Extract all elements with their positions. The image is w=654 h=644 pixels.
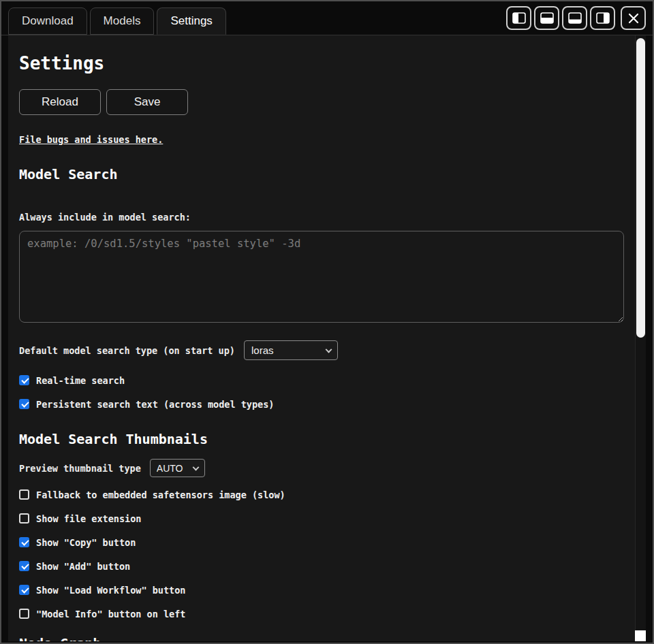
panel-bottom-strip-icon <box>568 12 582 24</box>
panel-left-button[interactable] <box>506 6 531 30</box>
window-actions <box>506 6 646 30</box>
topbar: Download Models Settings <box>1 1 653 35</box>
model-search-heading: Model Search <box>19 166 624 183</box>
fallback-safetensors-row[interactable]: Fallback to embedded safetensors image (… <box>19 483 624 506</box>
save-button[interactable]: Save <box>106 89 188 115</box>
reload-button[interactable]: Reload <box>19 89 101 115</box>
settings-actions: Reload Save <box>19 89 624 115</box>
persistent-search-row[interactable]: Persistent search text (across model typ… <box>19 392 624 416</box>
node-graph-heading: Node Graph <box>19 635 624 641</box>
persistent-search-checkbox[interactable] <box>19 399 29 409</box>
vertical-scrollbar[interactable] <box>635 35 646 630</box>
always-include-label: Always include in model search: <box>19 212 624 223</box>
checkbox-label: Show "Add" button <box>36 561 130 572</box>
checkbox-label: Show "Copy" button <box>36 537 136 548</box>
app-window: Download Models Settings <box>0 0 654 644</box>
file-bugs-link[interactable]: File bugs and issues here. <box>19 134 163 145</box>
model-search-checkboxes: Real-time search Persistent search text … <box>19 368 624 416</box>
checkbox-label: Persistent search text (across model typ… <box>36 399 275 410</box>
realtime-search-row[interactable]: Real-time search <box>19 368 624 392</box>
show-add-button-checkbox[interactable] <box>19 561 29 571</box>
tab-models[interactable]: Models <box>90 7 155 35</box>
tab-download[interactable]: Download <box>8 7 87 35</box>
show-file-extension-row[interactable]: Show file extension <box>19 506 624 530</box>
thumbnails-checkboxes: Fallback to embedded safetensors image (… <box>19 483 624 626</box>
show-copy-button-checkbox[interactable] <box>19 537 29 547</box>
preview-thumbnail-type-select-wrap: AUTO <box>150 459 205 477</box>
fallback-safetensors-checkbox[interactable] <box>19 489 29 500</box>
default-search-type-select[interactable]: loras <box>244 340 338 360</box>
checkbox-label: Show "Load Workflow" button <box>36 585 185 596</box>
show-add-button-row[interactable]: Show "Add" button <box>19 554 624 578</box>
show-file-extension-checkbox[interactable] <box>19 513 29 524</box>
always-include-textarea[interactable] <box>19 231 624 323</box>
realtime-search-checkbox[interactable] <box>19 375 29 385</box>
scrollbar-corner <box>635 630 646 641</box>
default-search-type-select-wrap: loras <box>244 340 338 360</box>
model-info-left-checkbox[interactable] <box>19 609 29 619</box>
page-title: Settings <box>19 53 624 74</box>
panel-right-icon <box>596 12 610 24</box>
tab-bar: Download Models Settings <box>8 7 226 35</box>
checkbox-label: Fallback to embedded safetensors image (… <box>36 489 285 500</box>
panel-left-icon <box>512 12 526 24</box>
panel-bottom-half-icon <box>540 12 554 24</box>
settings-content: Settings Reload Save File bugs and issue… <box>8 35 635 641</box>
preview-thumbnail-type-row: Preview thumbnail type AUTO <box>19 459 624 477</box>
default-search-type-label: Default model search type (on start up) <box>19 345 235 356</box>
panel-bottom-half-button[interactable] <box>534 6 559 30</box>
preview-thumbnail-type-select[interactable]: AUTO <box>150 459 205 477</box>
scrollbar-thumb[interactable] <box>636 38 645 338</box>
panel-right-button[interactable] <box>590 6 615 30</box>
close-icon <box>628 13 639 24</box>
checkbox-label: Show file extension <box>36 513 141 524</box>
close-button[interactable] <box>621 6 646 30</box>
panel-bottom-strip-button[interactable] <box>562 6 587 30</box>
thumbnails-heading: Model Search Thumbnails <box>19 431 624 448</box>
show-copy-button-row[interactable]: Show "Copy" button <box>19 530 624 554</box>
default-search-type-row: Default model search type (on start up) … <box>19 340 624 360</box>
show-load-workflow-row[interactable]: Show "Load Workflow" button <box>19 578 624 602</box>
checkbox-label: Real-time search <box>36 375 125 386</box>
tab-settings[interactable]: Settings <box>157 7 225 35</box>
show-load-workflow-checkbox[interactable] <box>19 585 29 595</box>
model-info-left-row[interactable]: "Model Info" button on left <box>19 602 624 626</box>
checkbox-label: "Model Info" button on left <box>36 609 185 619</box>
preview-thumbnail-type-label: Preview thumbnail type <box>19 463 141 474</box>
settings-panel: Settings Reload Save File bugs and issue… <box>8 35 646 641</box>
